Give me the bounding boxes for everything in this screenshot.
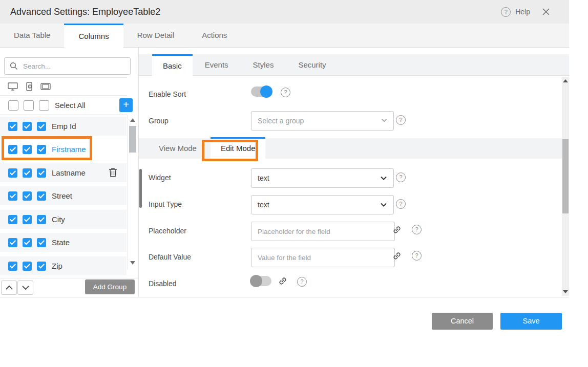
toggle-knob [250,275,262,287]
desktop-icon[interactable] [7,81,18,92]
tab-basic[interactable]: Basic [152,54,193,76]
checkbox[interactable] [8,215,17,224]
column-search [4,57,131,75]
main-tab-bar: Data Table Columns Row Detail Actions [0,24,569,48]
scroll-up-icon[interactable] [563,79,568,82]
default-value-help-icon[interactable]: ? [412,251,422,261]
chevron-down-icon [379,200,389,210]
placeholder-input[interactable] [251,222,395,241]
column-label: Street [52,191,72,200]
group-select[interactable]: Select a group [251,111,394,131]
scroll-up-icon[interactable] [130,118,135,122]
column-label: State [52,238,70,247]
widget-select[interactable]: text [251,168,394,188]
column-row-emp-id[interactable]: Emp Id [0,117,127,136]
tab-view-mode[interactable]: View Mode [154,138,202,159]
checkbox[interactable] [8,191,17,201]
scrollbar-thumb[interactable] [129,126,136,153]
content-scrollbar-thumb[interactable] [139,169,142,208]
checkbox[interactable] [23,215,32,224]
checkbox[interactable] [23,191,32,201]
checkbox[interactable] [37,238,46,247]
link-icon[interactable] [276,274,289,287]
column-row-state[interactable]: State [0,233,127,252]
tab-row-detail[interactable]: Row Detail [123,24,188,47]
device-filter-row [0,77,127,96]
chevron-up-icon [5,285,13,290]
checkbox[interactable] [23,238,32,247]
mobile-icon[interactable] [24,81,34,92]
select-all-label: Select All [55,101,86,110]
dialog-header: Advanced Settings: EmployeeTable2 ? Help [0,0,569,24]
search-icon [10,62,18,70]
add-column-button[interactable]: + [119,98,133,112]
checkbox[interactable] [37,122,46,131]
checkbox[interactable] [8,145,17,154]
panel-scrollbar-thumb[interactable] [562,139,569,213]
select-all-mobile-checkbox[interactable] [24,100,34,111]
checkbox[interactable] [23,168,32,178]
checkbox[interactable] [37,262,46,271]
chevron-down-icon [22,285,30,290]
disabled-label: Disabled [149,279,176,288]
select-all-tablet-checkbox[interactable] [39,100,49,111]
checkbox[interactable] [8,168,17,178]
column-row-lastname[interactable]: Lastname [0,163,127,182]
checkbox[interactable] [8,262,17,271]
mode-tab-bar: View Mode Edit Mode [139,138,562,159]
column-label: City [52,215,65,224]
widget-select-value: text [258,174,269,182]
tablet-icon[interactable] [40,81,51,92]
scroll-down-icon[interactable] [130,261,135,265]
default-value-label: Default Value [149,253,191,261]
group-select-placeholder: Select a group [258,117,304,125]
enable-sort-help-icon[interactable]: ? [281,88,290,97]
help-icon[interactable]: ? [501,7,511,17]
checkbox[interactable] [23,145,32,154]
checkbox[interactable] [37,215,46,224]
group-help-icon[interactable]: ? [396,115,406,125]
save-button[interactable]: Save [500,313,562,330]
tab-edit-mode[interactable]: Edit Mode [211,137,266,161]
close-icon[interactable] [542,8,550,16]
placeholder-help-icon[interactable]: ? [412,225,422,234]
column-row-street[interactable]: Street [0,186,127,205]
input-type-help-icon[interactable]: ? [396,199,406,209]
move-down-button[interactable] [17,280,33,295]
checkbox[interactable] [37,145,46,154]
group-label: Group [149,117,169,125]
search-input[interactable] [22,62,121,71]
enable-sort-toggle[interactable] [251,87,271,97]
tab-actions[interactable]: Actions [188,24,241,47]
checkbox[interactable] [8,238,17,247]
checkbox[interactable] [8,122,17,131]
sidebar-bottom-bar: Add Group [0,278,138,297]
tab-events[interactable]: Events [193,54,241,75]
checkbox[interactable] [37,191,46,201]
column-row-zip[interactable]: Zip [0,256,127,275]
select-all-desktop-checkbox[interactable] [8,100,18,111]
checkbox[interactable] [37,168,46,178]
widget-help-icon[interactable]: ? [396,172,406,182]
tab-data-table[interactable]: Data Table [0,24,64,47]
dialog-title: Advanced Settings: EmployeeTable2 [10,0,160,24]
trash-icon[interactable] [109,167,117,178]
checkbox[interactable] [23,122,32,131]
add-group-button[interactable]: Add Group [85,279,135,294]
disabled-toggle[interactable] [251,276,271,286]
checkbox[interactable] [23,262,32,271]
column-row-firstname[interactable]: Firstname [0,140,127,159]
column-row-city[interactable]: City [0,210,127,229]
tab-columns[interactable]: Columns [64,24,123,48]
input-type-select[interactable]: text [251,195,394,214]
move-up-button[interactable] [1,280,17,295]
tab-styles[interactable]: Styles [241,54,286,75]
cancel-button[interactable]: Cancel [432,313,493,330]
scroll-down-icon[interactable] [563,290,568,293]
tab-security[interactable]: Security [286,54,338,75]
disabled-help-icon[interactable]: ? [297,277,307,287]
default-value-input[interactable] [251,248,395,267]
column-list-scrollbar[interactable] [127,115,138,270]
help-label[interactable]: Help [515,8,530,16]
widget-label: Widget [149,174,171,182]
